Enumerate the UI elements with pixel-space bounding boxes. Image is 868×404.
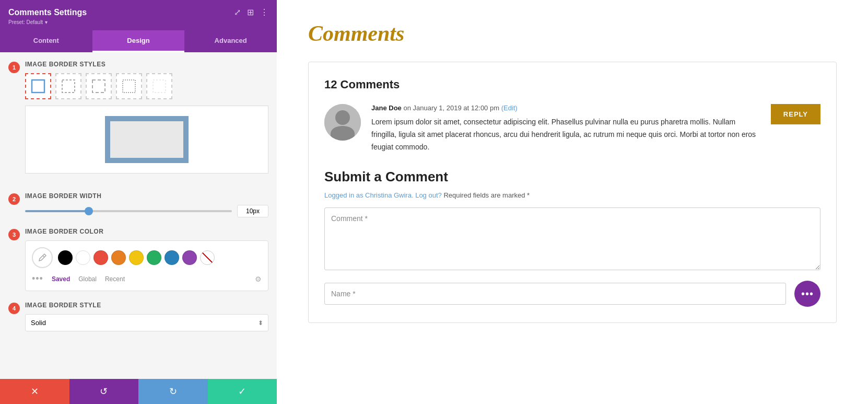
page-title: Comments — [308, 21, 837, 46]
comment-meta: Jane Doe on January 1, 2019 at 12:00 pm … — [371, 104, 760, 112]
submit-comment-section: Submit a Comment Logged in as Christina … — [324, 169, 820, 307]
section-number-3: 3 — [8, 229, 20, 240]
swatch-yellow[interactable] — [129, 250, 144, 265]
purple-dots-button[interactable]: ••• — [794, 281, 820, 307]
color-gear-icon[interactable]: ⚙ — [255, 275, 262, 283]
tab-advanced[interactable]: Advanced — [184, 30, 277, 52]
color-swatches — [58, 250, 215, 265]
comments-container: 12 Comments Jane Doe on January 1, 2019 … — [308, 62, 837, 323]
reply-button[interactable]: REPLY — [771, 104, 820, 124]
logged-in-link[interactable]: Logged in as Christina Gwira. — [324, 191, 414, 199]
eyedropper-btn[interactable] — [32, 247, 53, 268]
border-style-solid[interactable] — [25, 73, 51, 99]
swatch-orange[interactable] — [111, 250, 126, 265]
svg-rect-0 — [32, 80, 44, 93]
submit-title: Submit a Comment — [324, 169, 820, 185]
save-button[interactable]: ✓ — [208, 379, 277, 404]
comment-date: on January 1, 2019 at 12:00 pm — [403, 104, 499, 112]
name-input-row: ••• — [324, 281, 820, 307]
svg-rect-2 — [92, 80, 105, 93]
border-style-dashed2[interactable] — [86, 73, 112, 99]
preset-arrow[interactable]: ▾ — [45, 19, 48, 25]
columns-icon[interactable]: ⊞ — [247, 7, 254, 17]
edit-link[interactable]: (Edit) — [501, 104, 518, 112]
comment-textarea[interactable] — [324, 207, 820, 270]
border-width-section: 2 Image Border Width — [8, 192, 268, 217]
settings-panel: Comments Settings ⤢ ⊞ ⋮ Preset: Default … — [0, 0, 277, 404]
redo-button[interactable]: ↻ — [138, 379, 208, 404]
color-picker: ••• Saved Global Recent ⚙ — [25, 240, 268, 291]
action-bar: ✕ ↺ ↻ ✓ — [0, 379, 277, 404]
border-color-label: Image Border Color — [25, 228, 268, 235]
section-number-1: 1 — [8, 62, 20, 73]
border-width-value[interactable] — [237, 205, 268, 217]
tabs-bar: Content Design Advanced — [0, 30, 277, 52]
avatar-head — [335, 110, 350, 125]
swatch-black[interactable] — [58, 250, 73, 265]
logged-in-text: Logged in as Christina Gwira. Log out? R… — [324, 191, 820, 199]
color-more-dots[interactable]: ••• — [32, 273, 43, 284]
svg-rect-3 — [123, 80, 135, 93]
avatar-silhouette — [324, 104, 361, 141]
border-preview — [25, 106, 268, 174]
swatch-white[interactable] — [76, 250, 90, 265]
border-style-select-wrapper: Solid Dashed Dotted Double Groove Ridge … — [25, 314, 268, 331]
border-width-slider[interactable] — [25, 210, 232, 212]
tab-design[interactable]: Design — [92, 30, 185, 52]
preset-label: Preset: Default — [8, 19, 43, 25]
border-style-label: Image Border Style — [25, 302, 268, 309]
svg-rect-4 — [153, 80, 166, 93]
border-width-label: Image Border Width — [25, 192, 268, 200]
svg-rect-1 — [62, 80, 75, 93]
comment-author: Jane Doe — [371, 104, 402, 112]
avatar — [324, 104, 361, 141]
comment-text: Lorem ipsum dolor sit amet, consectetur … — [371, 116, 760, 153]
comment-body: Jane Doe on January 1, 2019 at 12:00 pm … — [371, 104, 760, 153]
color-tab-recent[interactable]: Recent — [105, 275, 125, 283]
avatar-body — [331, 126, 355, 141]
border-style-dashed4[interactable] — [146, 73, 172, 99]
preview-panel: Comments 12 Comments Jane Doe on January… — [277, 0, 868, 404]
section-number-4: 4 — [8, 303, 20, 314]
logout-link[interactable]: Log out? — [415, 191, 442, 199]
swatch-blue[interactable] — [165, 250, 179, 265]
more-options-icon[interactable]: ⋮ — [260, 7, 268, 17]
color-swatch-row — [32, 247, 262, 268]
border-styles-section: 1 Image Border Styles — [8, 61, 268, 182]
expand-icon[interactable]: ⤢ — [234, 7, 241, 17]
border-style-section: 4 Image Border Style Solid Dashed Dotted… — [8, 302, 268, 331]
swatch-green[interactable] — [147, 250, 161, 265]
comments-count: 12 Comments — [324, 78, 820, 91]
swatch-diagonal[interactable] — [200, 250, 215, 265]
color-tab-saved[interactable]: Saved — [52, 275, 70, 283]
cancel-button[interactable]: ✕ — [0, 379, 69, 404]
tab-content[interactable]: Content — [0, 30, 92, 52]
undo-button[interactable]: ↺ — [69, 379, 139, 404]
border-style-select[interactable]: Solid Dashed Dotted Double Groove Ridge … — [25, 314, 268, 331]
border-color-section: 3 Image Border Color — [8, 228, 268, 291]
panel-title: Comments Settings — [8, 8, 87, 17]
comment-item: Jane Doe on January 1, 2019 at 12:00 pm … — [324, 104, 820, 153]
border-style-dashed3[interactable] — [116, 73, 142, 99]
svg-line-5 — [43, 256, 44, 257]
panel-body: 1 Image Border Styles — [0, 52, 277, 379]
panel-header: Comments Settings ⤢ ⊞ ⋮ Preset: Default … — [0, 0, 277, 30]
border-width-slider-row — [25, 205, 268, 217]
border-style-dashed1[interactable] — [55, 73, 81, 99]
swatch-red[interactable] — [93, 250, 108, 265]
color-tab-global[interactable]: Global — [78, 275, 97, 283]
swatch-purple[interactable] — [182, 250, 197, 265]
required-notice: Required fields are marked * — [443, 191, 530, 199]
section-number-2: 2 — [8, 193, 20, 205]
border-style-options — [25, 73, 268, 99]
dots-icon: ••• — [801, 288, 814, 300]
preview-image — [105, 116, 189, 163]
border-styles-label: Image Border Styles — [25, 61, 268, 68]
name-input[interactable] — [324, 283, 786, 305]
panel-header-icons: ⤢ ⊞ ⋮ — [234, 7, 268, 17]
